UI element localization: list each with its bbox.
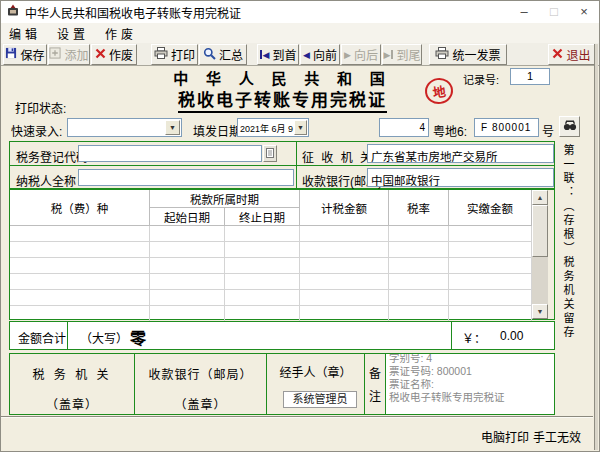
tax-code-lookup-button[interactable] [263,145,277,162]
quick-entry-select[interactable]: ▼ [67,118,182,137]
go-first-button[interactable]: ◀ 到首 [257,44,299,65]
find-button[interactable] [559,116,580,137]
table-cell[interactable] [225,226,300,241]
window-right-edge [594,44,598,450]
maximize-button[interactable]: □ [539,1,569,23]
table-cell[interactable] [150,226,225,241]
table-cell[interactable] [300,242,389,257]
table-row[interactable] [10,290,532,306]
serial-prefix-field[interactable]: 4 [379,118,429,137]
table-cell[interactable] [389,290,449,305]
table-cell[interactable] [389,242,449,257]
table-cell[interactable] [225,242,300,257]
minimize-button[interactable]: – [509,1,539,23]
taxpayer-name-label: 纳税人全称 [16,172,76,189]
table-cell[interactable] [150,290,225,305]
last-record-icon: ▶ [384,50,394,60]
remark-line: 税收电子转账专用完税证 [389,391,551,404]
quick-entry-label: 快速录入: [11,122,62,139]
menu-edit[interactable]: 编辑 [9,25,41,42]
table-cell[interactable] [449,274,532,289]
table-cell[interactable] [10,258,150,273]
table-cell[interactable] [225,290,300,305]
exit-button[interactable]: 退出 [548,44,595,65]
certificate-title-line2: 税收电子转账专用完税证 [11,86,554,111]
col-end-date: 终止日期 [225,208,300,226]
scroll-down-icon[interactable]: ▼ [532,304,548,319]
table-cell[interactable] [389,274,449,289]
table-cell[interactable] [449,226,532,241]
table-cell[interactable] [300,290,389,305]
go-forward-button[interactable]: ◀ 向前 [300,44,340,65]
table-row[interactable] [10,226,532,242]
table-cell[interactable] [389,226,449,241]
chevron-down-icon[interactable]: ▼ [165,120,180,135]
table-row[interactable] [10,242,532,258]
col-tax-rate: 税率 [389,190,449,226]
table-cell[interactable] [300,258,389,273]
record-number-field[interactable]: 1 [510,68,550,85]
seals-section: 税 务 机 关 （盖章） 收款银行（邮局） （盖章） 经手人（章） 系统管理员 … [9,353,555,415]
collection-organ-field[interactable]: 广东省某市房地产交易所 [367,144,554,163]
table-cell[interactable] [300,274,389,289]
issue-date-select[interactable]: 2021年 6月 9日 ▼ [237,118,309,137]
table-cell[interactable] [150,242,225,257]
amount-in-words-label: （大写） [80,329,128,346]
table-cell[interactable] [300,226,389,241]
table-cell[interactable] [10,274,150,289]
close-button[interactable]: × [569,1,599,23]
scrollbar-thumb[interactable] [532,205,548,257]
serial-suffix-label: 号 [542,122,554,139]
table-cell[interactable] [10,242,150,257]
serial-number-field[interactable]: F 800001 [474,118,539,137]
tax-table-body [10,226,532,322]
remark-line: 字别号: 4 [389,354,551,365]
window-title: 中华人民共和国税收电子转账专用完税证 [25,4,241,21]
col-period: 税款所属时期 [150,190,300,208]
table-cell[interactable] [449,258,532,273]
table-cell[interactable] [150,274,225,289]
menu-void[interactable]: 作废 [105,25,137,42]
table-cell[interactable] [225,306,300,321]
magnifier-icon [203,47,216,63]
table-cell[interactable] [225,274,300,289]
save-button[interactable]: 保存 [3,44,47,65]
table-cell[interactable] [10,290,150,305]
scroll-up-icon[interactable]: ▲ [532,190,548,205]
go-last-button: ▶ 到尾 [382,44,422,65]
taxpayer-name-input[interactable] [78,169,294,186]
chevron-down-icon[interactable]: ▼ [294,120,307,135]
list-icon [266,147,274,161]
void-button[interactable]: 作废 [91,44,137,65]
table-row[interactable] [10,258,532,274]
receiving-bank-field[interactable]: 中国邮政银行 [367,168,554,187]
collection-organ-label: 征 收 机 关 [302,148,374,165]
unified-invoice-button[interactable]: 统一发票 [429,44,507,65]
table-cell[interactable] [449,306,532,321]
table-cell[interactable] [10,226,150,241]
table-row[interactable] [10,274,532,290]
table-row[interactable] [10,306,532,322]
prev-record-icon: ◀ [303,50,310,60]
summary-button[interactable]: 汇总 [199,44,247,65]
handler-label: 经手人（章） [267,363,364,380]
table-cell[interactable] [150,306,225,321]
table-cell[interactable] [300,306,389,321]
record-number-label: 记录号: [463,71,499,87]
remark-content-cell[interactable]: 字别号: 4 票证号码: 800001 票证名称: 税收电子转账专用完税证 [386,354,554,414]
table-cell[interactable] [389,306,449,321]
menu-settings[interactable]: 设置 [57,25,89,42]
tax-code-input[interactable] [78,145,262,162]
handler-name-field[interactable]: 系统管理员 [283,391,357,408]
plus-icon [49,47,61,62]
table-cell[interactable] [449,290,532,305]
table-scrollbar[interactable]: ▲ ▼ [532,190,548,319]
table-cell[interactable] [449,242,532,257]
certificate-panel: 中 华 人 民 共 和 国 税收电子转账专用完税证 地 记录号: 1 打印状态:… [1,66,599,451]
table-cell[interactable] [389,258,449,273]
table-cell[interactable] [10,306,150,321]
print-button[interactable]: 打印 [151,44,198,65]
title-bar: 中华人民共和国税收电子转账专用完税证 – □ × [1,1,599,23]
table-cell[interactable] [150,258,225,273]
table-cell[interactable] [225,258,300,273]
